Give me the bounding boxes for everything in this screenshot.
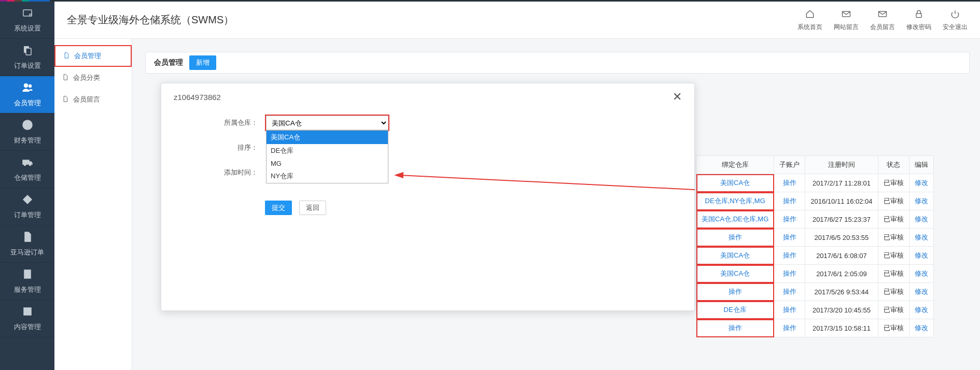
sidebar-item-7[interactable]: 服务管理 (0, 263, 54, 300)
warehouse-link[interactable]: 美国CA仓 (720, 251, 750, 259)
sidebar-item-6[interactable]: 亚马逊订单 (0, 225, 54, 263)
warehouse-link[interactable]: DE仓库 (724, 306, 747, 314)
table-header-4: 编辑 (909, 156, 933, 174)
added-at-label: 添加时间： (161, 168, 265, 177)
close-icon[interactable]: ✕ (673, 90, 682, 104)
cell-status: 已审核 (878, 192, 909, 210)
sidebar-item-8[interactable]: 内容管理 (0, 300, 54, 337)
header: 全景专业级海外仓储系统（SWMS） 系统首页网站留言会员留言修改密码安全退出 (54, 2, 980, 39)
breadcrumb-title: 会员管理 (154, 58, 183, 67)
sub-link[interactable]: 操作 (783, 288, 796, 295)
warehouse-select[interactable]: 美国CA仓 (266, 116, 388, 130)
content: 会员管理 新增 (145, 52, 970, 84)
warehouse-link[interactable]: 操作 (729, 324, 742, 332)
sidebar-item-label: 服务管理 (14, 285, 41, 294)
cell-status: 已审核 (878, 319, 909, 337)
cell-edit: 修改 (909, 174, 933, 192)
dropdown-option-0[interactable]: 美国CA仓 (267, 131, 388, 144)
sub-link[interactable]: 操作 (783, 324, 796, 332)
cell-status: 已审核 (878, 265, 909, 283)
edit-link[interactable]: 修改 (915, 269, 928, 277)
cell-time: 2017/6/1 2:05:09 (805, 265, 878, 283)
sidebar-item-1[interactable]: 订单设置 (0, 39, 54, 76)
edit-link[interactable]: 修改 (915, 251, 928, 259)
cell-edit: 修改 (909, 192, 933, 210)
svg-rect-7 (23, 160, 29, 164)
sidebar-item-label: 仓储管理 (14, 173, 41, 182)
sub-link[interactable]: 操作 (783, 233, 796, 241)
home-icon (805, 9, 815, 21)
cell-edit: 修改 (909, 247, 933, 265)
sub-link[interactable]: 操作 (783, 251, 796, 259)
warehouse-link[interactable]: 美国CA仓,DE仓库,MG (702, 215, 768, 223)
cell-status: 已审核 (878, 229, 909, 247)
header-action-1[interactable]: 网站留言 (834, 9, 859, 32)
add-button[interactable]: 新增 (189, 55, 216, 70)
header-action-3[interactable]: 修改密码 (906, 9, 931, 32)
cell-edit: 修改 (909, 301, 933, 319)
cell-time: 2017/2/17 11:28:01 (805, 174, 878, 192)
cell-status: 已审核 (878, 301, 909, 319)
sidebar-item-5[interactable]: 订单管理 (0, 188, 54, 225)
header-action-2[interactable]: 会员留言 (870, 9, 895, 32)
table-row: 美国CA仓,DE仓库,MG 操作 2017/6/27 15:23:37 已审核 … (696, 210, 934, 229)
submit-button[interactable]: 提交 (265, 201, 292, 215)
cell-time: 2017/5/26 9:53:44 (805, 283, 878, 301)
page-icon (21, 268, 34, 282)
cell-edit: 修改 (909, 265, 933, 283)
edit-link[interactable]: 修改 (915, 288, 928, 295)
cell-edit: 修改 (909, 319, 933, 337)
sidebar-item-0[interactable]: 系统设置 (0, 2, 54, 39)
cell-edit: 修改 (909, 229, 933, 247)
table-row: 美国CA仓 操作 2017/6/1 2:05:09 已审核 修改 (696, 265, 934, 283)
header-action-4[interactable]: 安全退出 (943, 9, 968, 32)
sub-link[interactable]: 操作 (783, 197, 796, 205)
sub-link[interactable]: 操作 (783, 269, 796, 277)
sidebar-item-2[interactable]: 会员管理 (0, 76, 54, 113)
table-row: 美国CA仓 操作 2017/2/17 11:28:01 已审核 修改 (696, 174, 934, 192)
cell-sub: 操作 (774, 192, 805, 210)
sub-link[interactable]: 操作 (783, 215, 796, 223)
sub-item-1[interactable]: 会员分类 (54, 67, 132, 89)
dropdown-option-1[interactable]: DE仓库 (267, 144, 388, 158)
cell-time: 2017/6/5 20:53:55 (805, 229, 878, 247)
edit-link[interactable]: 修改 (915, 324, 928, 332)
word-icon (21, 305, 34, 319)
warehouse-link[interactable]: 操作 (729, 288, 742, 295)
warehouse-link[interactable]: DE仓库,NY仓库,MG (705, 197, 765, 205)
cell-status: 已审核 (878, 247, 909, 265)
cell-status: 已审核 (878, 210, 909, 229)
edit-link[interactable]: 修改 (915, 306, 928, 314)
svg-point-5 (29, 85, 31, 88)
sub-link[interactable]: 操作 (783, 179, 796, 187)
warehouse-link[interactable]: 美国CA仓 (720, 269, 750, 277)
mail-icon (841, 9, 851, 21)
data-table: 绑定仓库子账户注册时间状态编辑 美国CA仓 操作 2017/2/17 11:28… (696, 155, 934, 337)
cell-warehouse: DE仓库 (696, 301, 774, 319)
table-header-1: 子账户 (774, 156, 805, 174)
header-action-0[interactable]: 系统首页 (797, 9, 822, 32)
sub-link[interactable]: 操作 (783, 306, 796, 314)
sidebar-item-3[interactable]: 财务管理 (0, 113, 54, 151)
yen-icon (21, 119, 34, 133)
back-button[interactable]: 返回 (299, 201, 326, 215)
table-header-0: 绑定仓库 (696, 156, 774, 174)
sidebar-item-4[interactable]: 仓储管理 (0, 151, 54, 188)
sub-item-0[interactable]: 会员管理 (54, 45, 132, 67)
edit-link[interactable]: 修改 (915, 197, 928, 205)
sub-item-2[interactable]: 会员留言 (54, 89, 132, 110)
sidebar-item-label: 内容管理 (14, 322, 41, 332)
dropdown-option-2[interactable]: MG (267, 158, 388, 169)
warehouse-link[interactable]: 美国CA仓 (720, 179, 750, 187)
warehouse-dropdown: 美国CA仓DE仓库MGNY仓库 (266, 130, 388, 183)
edit-link[interactable]: 修改 (915, 215, 928, 223)
svg-point-4 (24, 84, 27, 88)
edit-link[interactable]: 修改 (915, 179, 928, 187)
header-actions: 系统首页网站留言会员留言修改密码安全退出 (797, 9, 968, 32)
svg-point-9 (29, 164, 31, 166)
warehouse-link[interactable]: 操作 (729, 233, 742, 241)
doc-icon (21, 231, 34, 245)
svg-point-10 (27, 197, 28, 198)
edit-link[interactable]: 修改 (915, 233, 928, 241)
dropdown-option-3[interactable]: NY仓库 (267, 169, 388, 183)
